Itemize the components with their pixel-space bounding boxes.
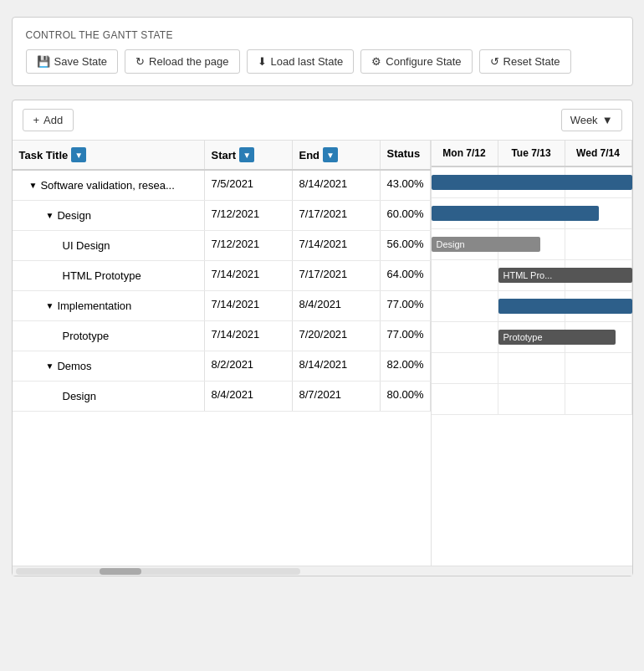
gantt-bar-html-prototype: HTML Pro... [498, 268, 632, 283]
status-header: Status [381, 141, 431, 169]
load-last-state-button[interactable]: ⬇ Load last State [247, 49, 355, 74]
download-icon: ⬇ [258, 55, 267, 68]
table-row: Prototype 7/14/2021 7/20/2021 77.00% [13, 321, 431, 351]
configure-state-button[interactable]: ⚙ Configure State [360, 49, 472, 74]
table-row: ▼ Design 7/12/2021 7/17/2021 60.00% [13, 201, 431, 231]
toolbar: + Add Week ▼ [13, 100, 632, 141]
reload-page-button[interactable]: ↻ Reload the page [125, 49, 239, 74]
task-cell: Design [13, 382, 205, 411]
add-label: Add [43, 114, 63, 126]
collapse-arrow[interactable]: ▼ [46, 361, 54, 371]
gantt-chart-header: Mon 7/12 Tue 7/13 Wed 7/14 [432, 141, 632, 167]
week-dropdown[interactable]: Week ▼ [561, 109, 622, 131]
task-cell: UI Design [13, 231, 205, 260]
start-filter-icon[interactable]: ▼ [239, 147, 254, 162]
scroll-track[interactable] [16, 568, 300, 575]
chart-row [432, 198, 632, 229]
day-col-wed: Wed 7/14 [565, 141, 632, 166]
gantt-bar [432, 175, 632, 190]
save-state-button[interactable]: 💾 Save State [26, 49, 119, 74]
end-filter-icon[interactable]: ▼ [323, 147, 338, 162]
collapse-arrow[interactable]: ▼ [46, 211, 54, 220]
table-row: HTML Prototype 7/14/2021 7/17/2021 64.00… [13, 261, 431, 291]
load-last-state-label: Load last State [271, 55, 344, 68]
gantt-bar-ui-design: Design [432, 237, 540, 252]
task-cell: ▼ Software validation, resea... [13, 171, 205, 200]
chart-row: Design [432, 229, 632, 260]
gantt-bar [432, 206, 599, 221]
state-buttons: 💾 Save State ↻ Reload the page ⬇ Load la… [26, 49, 619, 74]
save-icon: 💾 [37, 55, 50, 68]
chevron-down-icon: ▼ [602, 114, 613, 126]
scroll-area[interactable] [13, 566, 632, 576]
chart-row [432, 384, 632, 415]
gantt-header-row: Task Title ▼ Start ▼ End ▼ Status [13, 141, 431, 171]
task-cell: ▼ Design [13, 201, 205, 230]
table-row: Design 8/4/2021 8/7/2021 80.00% [13, 382, 431, 412]
plus-icon: + [33, 114, 40, 126]
chart-row [432, 353, 632, 384]
main-panel: + Add Week ▼ Task Title ▼ [12, 100, 633, 576]
task-cell: ▼ Implementation [13, 291, 205, 320]
gantt-left-panel: Task Title ▼ Start ▼ End ▼ Status [13, 141, 431, 566]
chart-row [432, 291, 632, 322]
gantt-bar-prototype: Prototype [498, 330, 616, 345]
task-cell: ▼ Demos [13, 351, 205, 381]
table-row: ▼ Implementation 7/14/2021 8/4/2021 77.0… [13, 291, 431, 321]
chart-row: Prototype [432, 322, 632, 353]
end-header: End ▼ [293, 141, 381, 169]
gantt-bar-implementation [498, 299, 632, 314]
reload-page-label: Reload the page [149, 55, 228, 68]
table-row: ▼ Software validation, resea... 7/5/2021… [13, 171, 431, 201]
scroll-thumb[interactable] [100, 568, 141, 575]
configure-state-label: Configure State [386, 55, 461, 68]
collapse-arrow[interactable]: ▼ [29, 181, 38, 190]
gantt-state-panel: CONTROL THE GANTT STATE 💾 Save State ↻ R… [12, 17, 633, 86]
reset-state-label: Reset State [503, 55, 560, 68]
chart-row [432, 167, 632, 198]
chart-row: HTML Pro... [432, 260, 632, 291]
reload-icon: ↻ [135, 55, 145, 68]
week-label: Week [570, 114, 598, 126]
gantt-chart-panel: Mon 7/12 Tue 7/13 Wed 7/14 [431, 141, 632, 566]
task-title-header: Task Title ▼ [13, 141, 205, 169]
start-header: Start ▼ [205, 141, 293, 169]
gear-icon: ⚙ [371, 55, 381, 68]
collapse-arrow[interactable]: ▼ [46, 301, 54, 310]
table-row: ▼ Demos 8/2/2021 8/14/2021 82.00% [13, 351, 431, 382]
save-state-label: Save State [54, 55, 108, 68]
task-cell: Prototype [13, 321, 205, 351]
task-cell: HTML Prototype [13, 261, 205, 290]
reset-state-button[interactable]: ↺ Reset State [479, 49, 571, 74]
panel-title: CONTROL THE GANTT STATE [26, 29, 619, 41]
day-col-mon: Mon 7/12 [432, 141, 498, 166]
gantt-table: Task Title ▼ Start ▼ End ▼ Status [13, 141, 632, 576]
day-col-tue: Tue 7/13 [498, 141, 565, 166]
task-filter-icon[interactable]: ▼ [71, 147, 86, 162]
reset-icon: ↺ [490, 55, 499, 68]
add-button[interactable]: + Add [23, 109, 74, 131]
table-row: UI Design 7/12/2021 7/14/2021 56.00% [13, 231, 431, 261]
